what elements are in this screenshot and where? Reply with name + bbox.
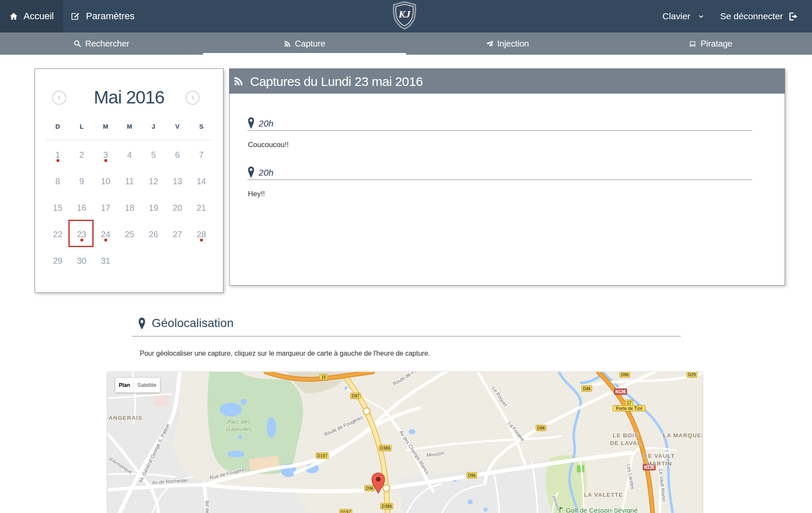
calendar-day-22[interactable]: 22 [46,221,70,248]
calendar-day-20[interactable]: 20 [165,195,189,221]
capture-divider [247,180,752,180]
road-badge-d96: D96 [467,473,477,478]
svg-text:D386: D386 [380,446,390,451]
tab-piratage[interactable]: Piratage [609,32,812,55]
calendar-day-14[interactable]: 14 [189,168,213,195]
calendar-day-25[interactable]: 25 [118,221,141,248]
day-number: 17 [101,203,110,213]
day-number: 21 [197,203,206,213]
map-canvas[interactable]: 15D97D386D386D197D197D96D96D86D86D86D291… [108,372,702,513]
rss-icon [284,40,291,47]
calendar-day-11[interactable]: 11 [118,168,141,195]
calendar-day-18[interactable]: 18 [118,195,141,221]
svg-text:D29: D29 [688,372,696,377]
map-label-bd-de: Bd de [204,501,210,513]
road-badge-d86: D86 [536,425,546,431]
calendar-day-1[interactable]: 1 [46,142,70,168]
road-badge-porte-de-tizé: Porte de Tizé [613,406,645,411]
svg-text:D96: D96 [468,473,476,478]
calendar-day-19[interactable]: 19 [141,195,165,221]
calendar-day-31[interactable]: 31 [94,248,118,274]
map-label-golf-de-cesson-s-vign-: Golf de Cesson-Sévigné [566,507,638,513]
capture-time: 20h [259,118,274,129]
calendar-day-13[interactable]: 13 [165,168,189,195]
map-control-plan[interactable]: Plan [115,378,133,392]
calendar-day-24[interactable]: 24 [94,221,118,248]
map-type-controls: PlanSatellite [115,378,160,392]
calendar-day-header: S [189,123,213,130]
calendar-day-headers: DLMMJVS [46,123,213,130]
nav-logout-label: Se déconnecter [720,11,783,21]
calendar-day-23[interactable]: 23 [70,221,94,248]
capture-text: Coucoucou!! [248,141,288,149]
calendar-day-29[interactable]: 29 [46,248,70,274]
road-badge-d386: D386 [381,504,393,509]
nav-item-clavier[interactable]: Clavier [662,0,704,32]
calendar-day-3[interactable]: 3 [94,142,118,168]
road-badge-d197: D197 [340,510,352,513]
capture-marker-icon[interactable] [248,117,254,129]
calendar-divider [46,140,213,140]
nav-item-accueil[interactable]: Accueil [0,0,63,32]
calendar-next-button[interactable] [185,91,200,105]
capture-marker-icon[interactable] [248,166,254,178]
brand-logo[interactable]: KJ [392,1,417,29]
nav-item-logout[interactable]: Se déconnecter [720,0,799,32]
day-number: 14 [197,177,206,186]
calendar-day-30[interactable]: 30 [70,248,94,274]
calendar-day-6[interactable]: 6 [165,142,189,168]
calendar-day-17[interactable]: 17 [94,195,118,221]
day-number: 28 [197,230,206,239]
capture-text: Hey!! [248,190,265,198]
day-number: 6 [175,150,179,160]
tab-label: Injection [497,39,529,49]
calendar-day-15[interactable]: 15 [46,195,70,221]
tab-label: Capture [295,39,325,49]
chevron-down-icon [698,13,704,20]
calendar-day-9[interactable]: 9 [70,168,94,195]
calendar-day-4[interactable]: 4 [118,142,141,168]
calendar-day-2[interactable]: 2 [70,142,94,168]
geolocation-title: Géolocalisation [152,316,233,330]
day-number: 11 [125,177,134,186]
capture-divider [247,130,752,131]
day-number: 1 [55,150,60,160]
geolocation-description: Pour géolocaliser une capture, cliquez s… [140,350,430,357]
map-control-satellite[interactable]: Satellite [134,378,159,392]
calendar-day-12[interactable]: 12 [141,168,165,195]
tab-rechercher[interactable]: Rechercher [0,32,203,55]
day-number: 8 [55,177,60,186]
day-number: 13 [173,177,182,186]
map-label-la-valette: LA VALETTE [584,492,623,498]
day-number: 29 [53,256,62,266]
tab-capture[interactable]: Capture [203,32,406,55]
calendar-day-header: L [70,123,94,130]
calendar-day-26[interactable]: 26 [141,221,165,248]
calendar-day-27[interactable]: 27 [165,221,189,248]
day-number: 18 [125,203,134,213]
calendar-day-8[interactable]: 8 [46,168,70,195]
nav-clavier-label: Clavier [662,11,690,21]
nav-item-parametres[interactable]: Paramètres [71,0,135,32]
tab-injection[interactable]: Injection [406,32,609,55]
calendar-day-5[interactable]: 5 [141,142,165,168]
calendar-day-header: J [141,123,165,130]
calendar-day-7[interactable]: 7 [189,142,213,168]
send-icon [486,40,493,47]
map-label-la-marquera: LA MARQUERA [663,432,702,439]
calendar-day-21[interactable]: 21 [189,195,213,221]
calendar-day-10[interactable]: 10 [94,168,118,195]
tab-label: Piratage [700,39,733,49]
day-number: 10 [101,177,110,186]
svg-text:D86: D86 [537,426,545,430]
svg-text:D197: D197 [317,454,327,458]
capture-dot [104,239,107,242]
calendar-day-28[interactable]: 28 [189,221,213,248]
geolocation-marker-icon [138,317,145,330]
captures-panel-title: Captures du Lundi 23 mai 2016 [250,74,423,89]
road-badge-d96: D96 [365,486,375,491]
calendar-day-16[interactable]: 16 [70,195,94,221]
search-icon [74,40,81,47]
map-label-gayeulles: Gayeulles [226,426,252,432]
day-number: 31 [101,256,110,266]
